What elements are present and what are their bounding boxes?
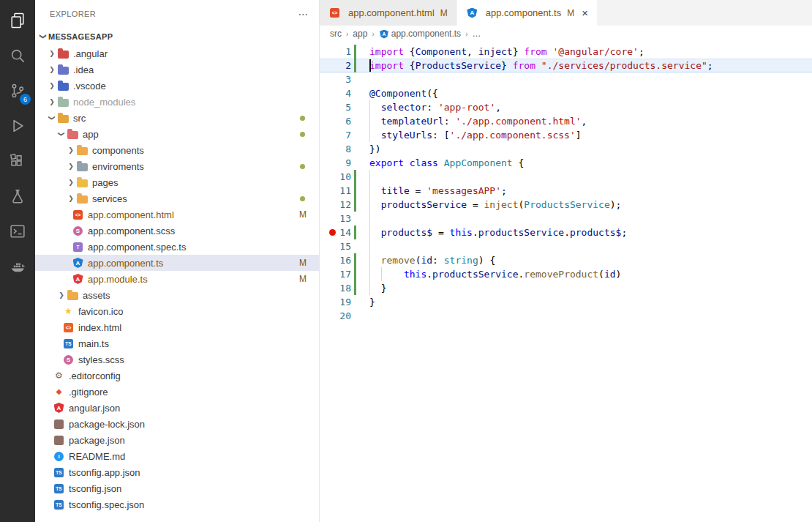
code-line[interactable]: 3 [320,72,812,86]
tree-item-tsconfig-app-json[interactable]: TStsconfig.app.json [35,464,319,480]
tree-item-editorconfig[interactable]: ⚙.editorconfig [35,368,319,384]
code-text[interactable] [369,170,812,184]
code-line[interactable]: 1import {Component, inject} from '@angul… [320,45,812,59]
tree-item-app-component-scss[interactable]: Sapp.component.scss [35,223,319,239]
tree-item-index-html[interactable]: <>index.html [35,319,319,335]
gutter[interactable]: 12 [320,198,369,212]
code-line[interactable]: 5 selector: 'app-root', [320,100,812,114]
gutter[interactable]: 15 [320,239,369,253]
code-line[interactable]: 12 productsService = inject(ProductsServ… [320,198,812,212]
breadcrumb-item[interactable]: … [472,29,481,39]
gutter[interactable]: 7 [320,128,369,142]
breadcrumb-item[interactable]: app [353,29,367,39]
code-line[interactable]: 9export class AppComponent { [320,156,812,170]
gutter[interactable]: 2 [320,59,369,72]
gutter[interactable]: 19 [320,295,369,309]
more-actions-icon[interactable]: ⋯ [298,8,309,20]
code-text[interactable] [369,239,812,253]
gutter[interactable]: 4 [320,86,369,100]
tree-item-idea[interactable]: ❯.idea [35,61,319,78]
code-line[interactable]: 11 title = 'messagesAPP'; [320,184,812,198]
gutter[interactable]: 3 [320,72,369,86]
code-text[interactable]: styleUrls: ['./app.component.scss'] [369,128,812,142]
code-editor[interactable]: 1import {Component, inject} from '@angul… [320,42,812,522]
tree-item-gitignore[interactable]: ◆.gitignore [35,384,319,400]
tree-item-pages[interactable]: ❯pages [35,174,319,190]
gutter[interactable]: 9 [320,156,369,170]
code-text[interactable]: templateUrl: './app.component.html', [369,114,812,128]
code-line[interactable]: 2import {ProductsService} from "./servic… [320,59,812,72]
gutter[interactable]: 16 [320,253,369,267]
tree-item-app-component-html[interactable]: <>app.component.htmlM [35,206,319,223]
code-line[interactable]: 15 [320,239,812,253]
code-line[interactable]: 7 styleUrls: ['./app.component.scss'] [320,128,812,142]
gutter[interactable]: 6 [320,114,369,128]
tree-item-app-module-ts[interactable]: Aapp.module.tsM [35,271,319,287]
tree-item-angular[interactable]: ❯.angular [35,45,319,61]
code-text[interactable]: title = 'messagesAPP'; [369,184,812,198]
tree-item-styles-scss[interactable]: Sstyles.scss [35,351,319,368]
activity-run-debug-button[interactable] [0,108,35,143]
tree-item-assets[interactable]: ❯assets [35,287,319,303]
code-text[interactable]: } [369,281,812,295]
code-text[interactable]: productsService = inject(ProductsService… [369,198,812,212]
code-text[interactable] [369,72,812,86]
tree-item-app-component-ts[interactable]: Aapp.component.tsM [35,255,319,271]
gutter[interactable]: 20 [320,309,369,323]
tree-item-angular-json[interactable]: Aangular.json [35,400,319,416]
code-line[interactable]: 13 [320,212,812,225]
tree-item-package-json[interactable]: package.json [35,432,319,448]
tree-item-favicon-ico[interactable]: ★favicon.ico [35,303,319,319]
tree-item-app[interactable]: ❯app [35,126,319,142]
tab-app-component-ts[interactable]: Aapp.component.tsM× [457,0,598,26]
code-line[interactable]: 19} [320,295,812,309]
code-text[interactable] [369,309,812,323]
tree-item-main-ts[interactable]: TSmain.ts [35,335,319,351]
tree-item-tsconfig-json[interactable]: TStsconfig.json [35,480,319,496]
code-text[interactable]: selector: 'app-root', [369,100,812,114]
code-text[interactable]: }) [369,142,812,156]
activity-explorer-button[interactable] [0,3,35,38]
gutter[interactable]: 14 [320,225,369,239]
code-line[interactable]: 6 templateUrl: './app.component.html', [320,114,812,128]
code-line[interactable]: 20 [320,309,812,323]
code-text[interactable]: import {Component, inject} from '@angula… [369,45,812,59]
gutter[interactable]: 13 [320,212,369,225]
tree-item-package-lock-json[interactable]: package-lock.json [35,416,319,432]
tree-item-readme-md[interactable]: iREADME.md [35,448,319,464]
workspace-section-header[interactable]: ❯ MESSAGESAPP [35,28,319,45]
code-line[interactable]: 17 this.productsService.removeProduct(id… [320,267,812,281]
code-line[interactable]: 10 [320,170,812,184]
breadcrumb-item[interactable]: Aapp.component.ts [379,29,461,39]
code-line[interactable]: 14 products$ = this.productsService.prod… [320,225,812,239]
tree-item-services[interactable]: ❯services [35,190,319,206]
gutter[interactable]: 5 [320,100,369,114]
activity-source-control-button[interactable]: 6 [0,73,35,108]
gutter[interactable]: 18 [320,281,369,295]
code-text[interactable]: this.productsService.removeProduct(id) [369,267,812,281]
tree-item-node-modules[interactable]: ❯node_modules [35,94,319,110]
activity-search-button[interactable] [0,38,35,73]
gutter[interactable]: 10 [320,170,369,184]
code-text[interactable]: remove(id: string) { [369,253,812,267]
code-line[interactable]: 16 remove(id: string) { [320,253,812,267]
tree-item-app-component-spec-ts[interactable]: Tapp.component.spec.ts [35,239,319,255]
code-text[interactable] [369,212,812,225]
close-icon[interactable]: × [582,7,588,18]
tab-app-component-html[interactable]: <>app.component.htmlM [320,0,457,26]
tree-item-tsconfig-spec-json[interactable]: TStsconfig.spec.json [35,496,319,512]
gutter[interactable]: 1 [320,45,369,59]
code-text[interactable]: export class AppComponent { [369,156,812,170]
activity-docker-button[interactable] [0,249,35,284]
code-line[interactable]: 8}) [320,142,812,156]
gutter[interactable]: 17 [320,267,369,281]
tree-item-enviroments[interactable]: ❯enviroments [35,158,319,174]
activity-extensions-button[interactable] [0,143,35,179]
tree-item-src[interactable]: ❯src [35,110,319,126]
tree-item-components[interactable]: ❯components [35,142,319,158]
gutter[interactable]: 11 [320,184,369,198]
code-text[interactable]: products$ = this.productsService.product… [369,225,812,239]
code-text[interactable]: @Component({ [369,86,812,100]
gutter[interactable]: 8 [320,142,369,156]
code-text[interactable]: import {ProductsService} from "./service… [369,59,812,72]
